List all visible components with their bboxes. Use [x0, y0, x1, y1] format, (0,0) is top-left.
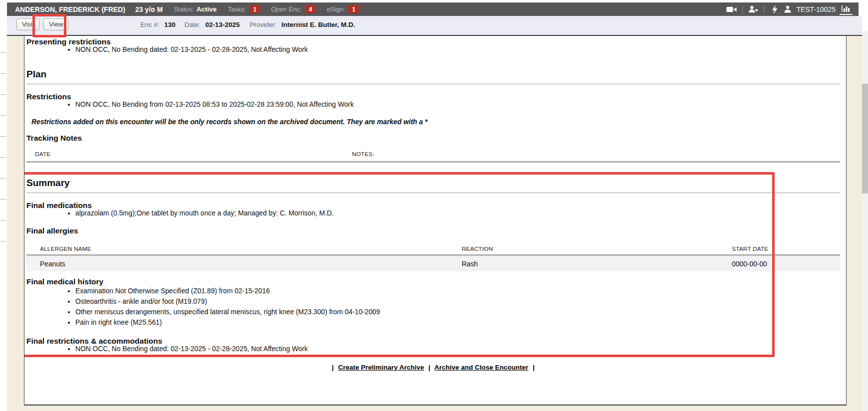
- status-value: Active: [197, 5, 217, 13]
- separator: |: [428, 364, 430, 371]
- summary-heading: Summary: [26, 178, 840, 193]
- medical-history-item: Pain in right knee (M25.561): [75, 317, 840, 328]
- separator: |: [533, 364, 535, 371]
- date-label: Date:: [185, 21, 201, 28]
- allergy-table-row: Peanuts Rash 0000-00-00: [26, 256, 840, 271]
- plan-heading: Plan: [26, 69, 840, 84]
- enc-number-label: Enc #:: [140, 21, 159, 28]
- allergies-col-start-date: START DATE: [732, 245, 840, 252]
- open-enc-badge[interactable]: 4: [305, 5, 315, 13]
- divider: [742, 5, 743, 14]
- allergies-header-row: ALLERGEN NAME REACTION START DATE: [26, 245, 840, 252]
- restriction-item: NON OCC, No Bending from 02-13-2025 08:5…: [75, 101, 840, 108]
- patient-header-bar: ANDERSON, FREDERICK (FRED) 23 y/o M Stat…: [7, 2, 859, 16]
- tasks-label: Tasks:: [228, 5, 246, 13]
- create-preliminary-archive-link[interactable]: Create Preliminary Archive: [338, 364, 424, 371]
- vertical-scrollbar[interactable]: [862, 31, 868, 411]
- medical-history-item: Examination Not Otherwise Specified (Z01…: [75, 286, 840, 296]
- allergies-col-reaction: REACTION: [462, 245, 732, 252]
- allergies-divider: [26, 254, 840, 256]
- video-camera-icon[interactable]: [725, 4, 738, 14]
- scrollbar-thumb[interactable]: [862, 84, 868, 194]
- esign-label: eSign:: [326, 5, 345, 13]
- flash-icon[interactable]: [768, 4, 781, 14]
- divider: [764, 5, 764, 14]
- esign-badge[interactable]: 1: [348, 5, 359, 13]
- allergy-start-date-cell: 0000-00-00: [732, 260, 840, 268]
- presenting-restriction-item: NON OCC, No Bending dated: 02-13-2025 - …: [75, 46, 840, 53]
- final-medications-heading: Final medications: [26, 202, 840, 209]
- view-button[interactable]: View: [43, 18, 68, 30]
- allergy-reaction-cell: Rash: [462, 260, 732, 268]
- restrictions-note: Restrictions added on this encounter wil…: [31, 118, 840, 126]
- user-icon[interactable]: [781, 4, 794, 14]
- status-label: Status:: [174, 5, 194, 13]
- open-enc-label: Open Enc:: [271, 5, 301, 13]
- document-background: Presenting restrictions NON OCC, No Bend…: [7, 36, 862, 411]
- final-medication-item: alprazolam (0.5mg);One tablet by mouth o…: [75, 209, 840, 217]
- visit-button[interactable]: Visit: [16, 18, 39, 30]
- enc-number-value: 130: [164, 21, 176, 28]
- presenting-restrictions-heading: Presenting restrictions: [26, 38, 840, 46]
- patient-age-sex: 23 y/o M: [135, 5, 163, 13]
- summary-section: Summary Final medications alprazolam (0.…: [26, 178, 840, 353]
- date-value: 02-13-2025: [205, 21, 240, 28]
- practice-id: TEST-10025: [796, 5, 836, 13]
- tracking-col-notes: NOTES:: [352, 151, 840, 158]
- bar-chart-icon[interactable]: [840, 3, 853, 15]
- tracking-notes-header-row: DATE NOTES:: [26, 151, 840, 158]
- add-user-icon[interactable]: [747, 4, 760, 14]
- left-rail: [0, 0, 7, 411]
- left-rail-row-lines: [0, 32, 6, 255]
- final-restriction-item: NON OCC, No Bending dated: 02-13-2025 - …: [75, 345, 840, 353]
- final-allergies-heading: Final allergies: [26, 227, 840, 235]
- medical-history-item: Osteoarthritis - ankle and/or foot (M19.…: [75, 296, 840, 307]
- patient-name: ANDERSON, FREDERICK (FRED): [15, 5, 125, 13]
- provider-value: Internist E. Butler, M.D.: [282, 21, 355, 28]
- separator: |: [332, 364, 334, 371]
- tracking-col-date: DATE: [26, 151, 352, 158]
- allergy-name-cell: Peanuts: [26, 260, 462, 268]
- medical-history-item: Other meniscus derangements, unspecified…: [75, 307, 840, 317]
- tracking-notes-divider: [26, 161, 840, 163]
- restrictions-heading: Restrictions: [26, 93, 840, 101]
- provider-label: Provider:: [250, 21, 277, 28]
- archive-actions: | Create Preliminary Archive | Archive a…: [26, 364, 840, 371]
- tracking-notes-heading: Tracking Notes: [26, 134, 840, 142]
- tasks-badge[interactable]: 1: [250, 5, 260, 13]
- encounter-document-page: Presenting restrictions NON OCC, No Bend…: [24, 36, 847, 406]
- final-restrictions-heading: Final restrictions & accommodations: [26, 337, 840, 345]
- archive-and-close-encounter-link[interactable]: Archive and Close Encounter: [434, 364, 528, 371]
- encounter-toolbar: Visit View Enc #: 130 Date: 02-13-2025 P…: [7, 16, 862, 35]
- final-medical-history-heading: Final medical history: [26, 278, 840, 286]
- allergies-col-name: ALLERGEN NAME: [26, 245, 462, 252]
